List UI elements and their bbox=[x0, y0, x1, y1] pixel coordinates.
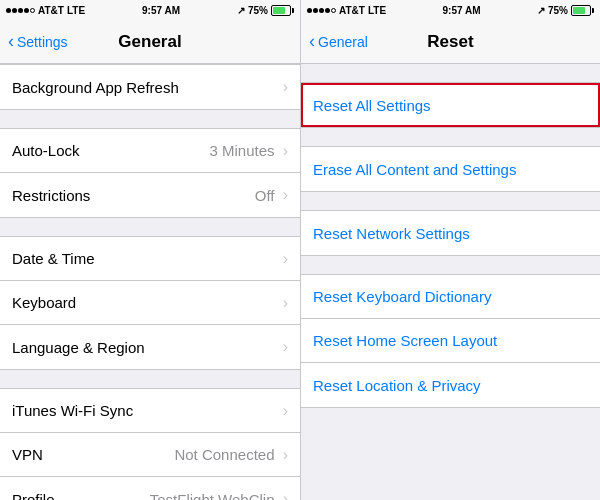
right-status-bar: AT&T LTE 9:57 AM ↗ 75% bbox=[301, 0, 600, 20]
left-time: 9:57 AM bbox=[142, 5, 180, 16]
reset-keyboard-label: Reset Keyboard Dictionary bbox=[313, 288, 491, 305]
group-reset-misc: Reset Keyboard Dictionary Reset Home Scr… bbox=[301, 274, 600, 408]
row-label-itunes-wifi-sync: iTunes Wi-Fi Sync bbox=[12, 402, 133, 419]
reset-location-privacy-item[interactable]: Reset Location & Privacy bbox=[301, 363, 600, 407]
row-label-profile: Profile bbox=[12, 491, 55, 501]
chevron-icon: › bbox=[283, 250, 288, 268]
battery-percent: 75% bbox=[248, 5, 268, 16]
chevron-icon: › bbox=[283, 294, 288, 312]
left-panel: AT&T LTE 9:57 AM ↗ 75% ‹ Settings Genera… bbox=[0, 0, 300, 500]
row-language-region[interactable]: Language & Region › bbox=[0, 325, 300, 369]
right-back-arrow-icon: ‹ bbox=[309, 32, 315, 50]
right-back-button[interactable]: ‹ General bbox=[309, 33, 368, 50]
right-nav-title: Reset bbox=[427, 32, 473, 52]
chevron-icon: › bbox=[283, 338, 288, 356]
row-label-background-app-refresh: Background App Refresh bbox=[12, 79, 179, 96]
signal-icon bbox=[6, 8, 35, 13]
network-type-label: LTE bbox=[67, 5, 85, 16]
left-nav-bar: ‹ Settings General bbox=[0, 20, 300, 64]
row-label-date-time: Date & Time bbox=[12, 250, 95, 267]
battery-icon bbox=[571, 5, 594, 16]
left-nav-title: General bbox=[118, 32, 181, 52]
right-reset-content: Reset All Settings Erase All Content and… bbox=[301, 64, 600, 500]
left-back-button[interactable]: ‹ Settings bbox=[8, 33, 68, 50]
row-restrictions[interactable]: Restrictions Off › bbox=[0, 173, 300, 217]
row-background-app-refresh[interactable]: Background App Refresh › bbox=[0, 65, 300, 109]
reset-location-privacy-label: Reset Location & Privacy bbox=[313, 377, 481, 394]
row-label-language-region: Language & Region bbox=[12, 339, 145, 356]
chevron-icon: › bbox=[283, 142, 288, 160]
row-keyboard[interactable]: Keyboard › bbox=[0, 281, 300, 325]
chevron-icon: › bbox=[283, 402, 288, 420]
row-label-keyboard: Keyboard bbox=[12, 294, 76, 311]
group-reset-network: Reset Network Settings bbox=[301, 210, 600, 256]
chevron-icon: › bbox=[283, 490, 288, 500]
row-value-restrictions: Off › bbox=[255, 186, 288, 204]
right-back-label: General bbox=[318, 34, 368, 50]
right-time: 9:57 AM bbox=[443, 5, 481, 16]
carrier-label: AT&T bbox=[38, 5, 64, 16]
row-value-auto-lock: 3 Minutes › bbox=[209, 142, 288, 160]
direction-icon: ↗ bbox=[237, 5, 245, 16]
right-panel: AT&T LTE 9:57 AM ↗ 75% ‹ General Reset R… bbox=[300, 0, 600, 500]
group-itunes-vpn-profile: iTunes Wi-Fi Sync › VPN Not Connected › … bbox=[0, 388, 300, 500]
left-status-bar: AT&T LTE 9:57 AM ↗ 75% bbox=[0, 0, 300, 20]
left-settings-content: Background App Refresh › Auto-Lock 3 Min… bbox=[0, 64, 300, 500]
erase-all-content-label: Erase All Content and Settings bbox=[313, 161, 516, 178]
row-label-restrictions: Restrictions bbox=[12, 187, 90, 204]
battery-percent: 75% bbox=[548, 5, 568, 16]
group-date-keyboard-lang: Date & Time › Keyboard › Language & Regi… bbox=[0, 236, 300, 370]
row-profile[interactable]: Profile TestFlight WebClip › bbox=[0, 477, 300, 500]
direction-icon: ↗ bbox=[537, 5, 545, 16]
right-nav-bar: ‹ General Reset bbox=[301, 20, 600, 64]
row-label-vpn: VPN bbox=[12, 446, 43, 463]
chevron-icon: › bbox=[283, 446, 288, 464]
reset-home-screen-item[interactable]: Reset Home Screen Layout bbox=[301, 319, 600, 363]
group-background: Background App Refresh › bbox=[0, 64, 300, 110]
chevron-icon: › bbox=[283, 78, 288, 96]
row-value-profile: TestFlight WebClip › bbox=[150, 490, 288, 500]
carrier-label: AT&T bbox=[339, 5, 365, 16]
group-reset-all: Reset All Settings bbox=[301, 82, 600, 128]
reset-all-settings-label: Reset All Settings bbox=[313, 97, 431, 114]
row-itunes-wifi-sync[interactable]: iTunes Wi-Fi Sync › bbox=[0, 389, 300, 433]
row-date-time[interactable]: Date & Time › bbox=[0, 237, 300, 281]
network-type-label: LTE bbox=[368, 5, 386, 16]
reset-network-label: Reset Network Settings bbox=[313, 225, 470, 242]
reset-network-item[interactable]: Reset Network Settings bbox=[301, 211, 600, 255]
reset-all-settings-item[interactable]: Reset All Settings bbox=[301, 83, 600, 127]
erase-all-content-item[interactable]: Erase All Content and Settings bbox=[301, 147, 600, 191]
group-lock-restrictions: Auto-Lock 3 Minutes › Restrictions Off › bbox=[0, 128, 300, 218]
row-value-vpn: Not Connected › bbox=[174, 446, 288, 464]
group-erase-all: Erase All Content and Settings bbox=[301, 146, 600, 192]
chevron-icon: › bbox=[283, 186, 288, 204]
row-auto-lock[interactable]: Auto-Lock 3 Minutes › bbox=[0, 129, 300, 173]
signal-icon bbox=[307, 8, 336, 13]
row-value-background-app-refresh: › bbox=[283, 78, 288, 96]
row-label-auto-lock: Auto-Lock bbox=[12, 142, 80, 159]
reset-home-screen-label: Reset Home Screen Layout bbox=[313, 332, 497, 349]
left-back-label: Settings bbox=[17, 34, 68, 50]
row-vpn[interactable]: VPN Not Connected › bbox=[0, 433, 300, 477]
battery-icon bbox=[271, 5, 294, 16]
reset-keyboard-item[interactable]: Reset Keyboard Dictionary bbox=[301, 275, 600, 319]
left-back-arrow-icon: ‹ bbox=[8, 32, 14, 50]
